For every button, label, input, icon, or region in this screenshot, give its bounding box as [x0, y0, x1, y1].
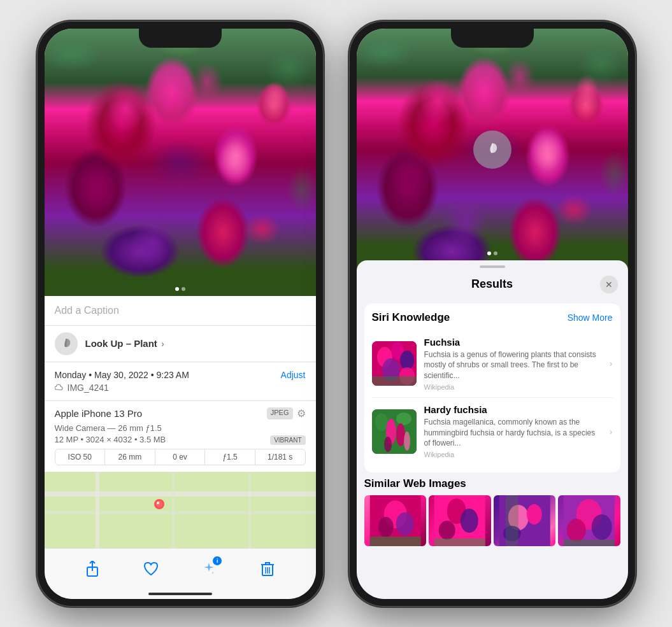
- phone1-content: Add a Caption Look Up – Plant ›: [45, 29, 316, 599]
- map-area[interactable]: [45, 472, 316, 548]
- lookup-icon: [55, 332, 78, 355]
- page-dots: [175, 287, 185, 291]
- dot2-1: [487, 251, 491, 255]
- web-image-1[interactable]: [364, 495, 427, 546]
- web-image-2[interactable]: [429, 495, 491, 546]
- phone-2-screen: Results ✕ Siri Knowledge Show More: [357, 29, 628, 599]
- web-image-3[interactable]: [494, 495, 556, 546]
- leaf-icon: [60, 337, 73, 350]
- flower-photo-1[interactable]: [45, 29, 316, 296]
- info-badge: i: [213, 556, 222, 565]
- svg-rect-32: [369, 537, 420, 546]
- filename-row: IMG_4241: [55, 383, 306, 393]
- share-button[interactable]: [81, 558, 104, 581]
- date-text: Monday • May 30, 2022 • 9:23 AM: [55, 370, 189, 380]
- vibrant-badge: VIBRANT: [270, 435, 305, 445]
- lookup-text: Look Up: [85, 338, 124, 349]
- share-icon: [85, 561, 99, 577]
- notch-2: [451, 29, 534, 48]
- cloud-icon: [55, 384, 64, 391]
- svg-point-17: [400, 351, 414, 370]
- fuchsia-source: Wikipedia: [424, 383, 602, 391]
- svg-point-22: [375, 413, 388, 431]
- svg-point-40: [526, 504, 541, 525]
- exif-aperture: ƒ1.5: [205, 449, 255, 465]
- svg-rect-37: [434, 539, 485, 546]
- svg-rect-47: [564, 540, 615, 546]
- hardy-desc: Fuchsia magellanica, commonly known as t…: [424, 417, 602, 449]
- filename: IMG_4241: [68, 383, 109, 393]
- delete-button[interactable]: [256, 558, 279, 581]
- svg-point-26: [384, 437, 392, 452]
- home-indicator-1: [148, 593, 212, 595]
- svg-point-35: [461, 509, 478, 533]
- exif-row: ISO 50 26 mm 0 ev ƒ1.5 1/181 s: [55, 449, 306, 465]
- svg-point-23: [396, 412, 411, 425]
- camera-section: Apple iPhone 13 Pro JPEG ⚙ Wide Camera —…: [45, 401, 316, 472]
- info-button[interactable]: i: [197, 558, 220, 581]
- notch-1: [139, 29, 222, 48]
- siri-knowledge-title: Siri Knowledge: [372, 311, 450, 324]
- fuchsia-name: Fuchsia: [424, 337, 602, 348]
- adjust-button[interactable]: Adjust: [281, 370, 306, 380]
- svg-rect-2: [45, 511, 316, 514]
- settings-icon: ⚙: [297, 407, 306, 419]
- trash-icon: [261, 561, 275, 577]
- siri-knowledge-section: Siri Knowledge Show More: [364, 304, 620, 473]
- lookup-row[interactable]: Look Up – Plant ›: [45, 326, 316, 362]
- web-image-4[interactable]: [558, 495, 620, 546]
- fuchsia-thumb-svg: [372, 341, 417, 386]
- resolution-spec: 12 MP • 3024 × 4032 • 3.5 MB: [55, 435, 166, 444]
- bottom-toolbar: i: [45, 548, 316, 599]
- hardy-name: Hardy fuchsia: [424, 404, 602, 415]
- page-dots-2: [487, 251, 497, 255]
- lookup-arrow: ›: [161, 338, 164, 349]
- show-more-button[interactable]: Show More: [568, 313, 613, 323]
- web-images-section: Similar Web Images: [364, 477, 620, 546]
- svg-point-45: [567, 519, 586, 542]
- hardy-thumbnail: [372, 409, 417, 454]
- hardy-thumb-svg: [372, 409, 417, 454]
- svg-rect-3: [96, 472, 99, 548]
- svg-rect-4: [172, 472, 175, 548]
- close-button[interactable]: ✕: [600, 276, 618, 293]
- knowledge-item-hardy[interactable]: Hardy fuchsia Fuchsia magellanica, commo…: [372, 398, 613, 465]
- visual-search-button[interactable]: [473, 130, 511, 169]
- map-svg: [45, 472, 316, 548]
- sheet-header: Results ✕: [357, 268, 628, 299]
- svg-rect-1: [45, 491, 316, 497]
- siri-section-header: Siri Knowledge Show More: [372, 311, 613, 324]
- phone-1-screen: Add a Caption Look Up – Plant ›: [45, 29, 316, 599]
- fuchsia-arrow: ›: [610, 358, 613, 369]
- camera-name: Apple iPhone 13 Pro: [55, 408, 143, 419]
- flower-photo-2[interactable]: [357, 29, 628, 271]
- hardy-content: Hardy fuchsia Fuchsia magellanica, commo…: [424, 404, 602, 458]
- svg-rect-20: [372, 376, 417, 386]
- web-img-svg-2: [429, 495, 491, 546]
- svg-point-36: [439, 521, 455, 540]
- knowledge-item-fuchsia[interactable]: Fuchsia Fuchsia is a genus of flowering …: [372, 330, 613, 398]
- svg-rect-0: [45, 472, 316, 548]
- dot-1: [175, 287, 179, 291]
- caption-placeholder[interactable]: Add a Caption: [55, 305, 119, 316]
- fuchsia-desc: Fuchsia is a genus of flowering plants t…: [424, 349, 602, 381]
- exif-shutter: 1/181 s: [255, 449, 305, 465]
- svg-rect-42: [505, 495, 518, 546]
- fuchsia-thumbnail: [372, 341, 417, 386]
- results-sheet[interactable]: Results ✕ Siri Knowledge Show More: [357, 260, 628, 599]
- caption-area[interactable]: Add a Caption: [45, 296, 316, 326]
- dot-2: [182, 287, 185, 291]
- phones-container: Add a Caption Look Up – Plant ›: [24, 8, 648, 619]
- badge-row: JPEG ⚙: [267, 407, 306, 419]
- dot2-2: [494, 251, 497, 255]
- svg-point-27: [404, 432, 410, 451]
- favorite-button[interactable]: [139, 558, 162, 581]
- lookup-label: Look Up – Plant ›: [85, 338, 165, 349]
- leaf-search-icon: [483, 141, 501, 159]
- heart-icon: [143, 562, 159, 576]
- phone-1: Add a Caption Look Up – Plant ›: [37, 21, 324, 607]
- info-badge-text: i: [217, 558, 218, 564]
- web-img-svg-3: [494, 495, 556, 546]
- date-row: Monday • May 30, 2022 • 9:23 AM Adjust: [55, 370, 306, 380]
- web-img-svg-1: [364, 495, 427, 546]
